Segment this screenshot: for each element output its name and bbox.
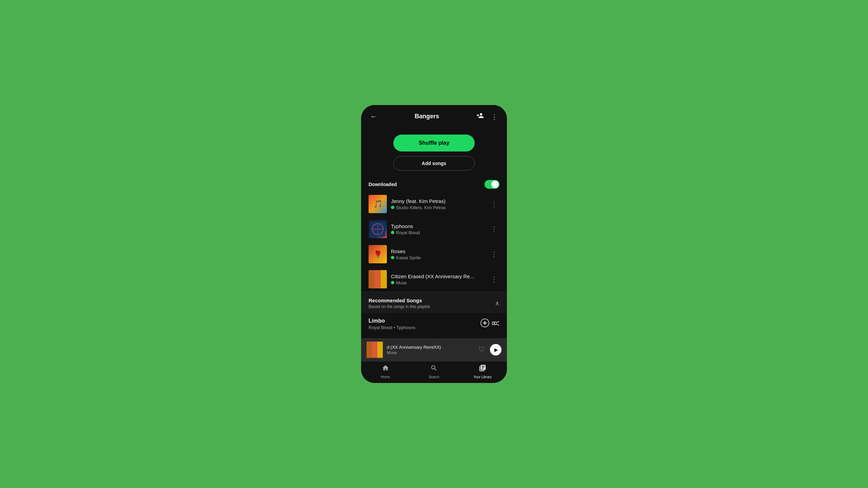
svg-line-13 [497,321,499,322]
song-meta-citizen: Muse [391,280,485,285]
song-meta-typhoons: Royal Blood [391,230,485,235]
limbo-actions [480,319,499,329]
search-icon [430,364,438,374]
phone-container: ← Bangers ⋮ Shuffle play Add songs Downl… [361,105,507,383]
song-title-typhoons: Typhoons [391,223,485,229]
now-playing-title: d (XX Anniversary RemiXX) [387,345,474,350]
nav-label-home: Home [381,375,390,379]
song-art-jenny: 🎵 [369,195,387,213]
radio-icon[interactable] [492,320,499,329]
song-info-typhoons: Typhoons Royal Blood [391,223,485,235]
main-content: Shuffle play Add songs Downloaded 🎵 Jenn… [361,124,507,338]
song-item-typhoons[interactable]: Typhoons Royal Blood ⋮ [361,217,507,242]
song-art-roses: 🌹 [369,245,387,263]
svg-line-14 [497,324,499,325]
more-options-icon[interactable]: ⋮ [489,113,499,121]
now-playing-info: d (XX Anniversary RemiXX) Muse [387,345,474,355]
song-artist-citizen: Muse [396,280,407,285]
song-info-roses: Roses Kawai Sprite [391,248,485,260]
song-info-citizen: Citizen Erased (XX Anniversary Re... Mus… [391,273,485,285]
downloaded-dot-roses [391,256,394,259]
downloaded-section: Downloaded [361,176,507,191]
svg-rect-5 [369,270,375,288]
page-title: Bangers [379,113,475,120]
recommended-songs-section[interactable]: Recommended Songs Based on the songs in … [361,292,507,313]
user-add-icon[interactable] [475,112,485,121]
action-buttons: Shuffle play Add songs [361,124,507,176]
svg-rect-18 [377,342,383,358]
song-list: 🎵 Jenny (feat. Kim Petras) Studio Killer… [361,191,507,292]
song-info-jenny: Jenny (feat. Kim Petras) Studio Killers,… [391,198,485,210]
downloaded-dot-citizen [391,281,394,284]
bottom-navigation: Home Search Your Library [361,361,507,383]
song-artist-jenny: Studio Killers, Kim Petras [396,205,446,210]
svg-rect-6 [375,270,381,288]
add-to-playlist-icon[interactable] [480,319,489,329]
song-item-jenny[interactable]: 🎵 Jenny (feat. Kim Petras) Studio Killer… [361,191,507,217]
add-songs-button[interactable]: Add songs [393,156,475,170]
svg-point-12 [494,323,495,324]
limbo-item[interactable]: Limbo Royal Blood • Typhoons [361,313,507,335]
svg-rect-17 [372,342,377,358]
song-more-typhoons[interactable]: ⋮ [489,224,499,235]
downloaded-toggle[interactable] [485,180,499,189]
home-icon [382,364,389,374]
recommended-text: Recommended Songs Based on the songs in … [369,298,430,309]
now-playing-artist: Muse [387,350,474,355]
song-more-citizen[interactable]: ⋮ [489,274,499,285]
downloaded-dot-typhoons [391,231,394,234]
song-title-roses: Roses [391,248,485,254]
collapse-icon[interactable]: ∧ [495,300,499,307]
song-artist-typhoons: Royal Blood [396,230,420,235]
song-more-roses[interactable]: ⋮ [489,249,499,260]
song-title-citizen: Citizen Erased (XX Anniversary Re... [391,273,485,279]
limbo-info: Limbo Royal Blood • Typhoons [369,318,476,330]
downloaded-dot-jenny [391,206,394,209]
nav-item-search[interactable]: Search [410,364,458,379]
play-icon: ▶ [494,347,498,352]
back-button[interactable]: ← [369,113,379,120]
header: ← Bangers ⋮ [361,105,507,124]
song-item-roses[interactable]: 🌹 Roses Kawai Sprite ⋮ [361,242,507,267]
song-meta-roses: Kawai Sprite [391,255,485,260]
svg-rect-7 [381,270,387,288]
nav-label-library: Your Library [474,375,492,379]
song-item-citizen[interactable]: Citizen Erased (XX Anniversary Re... Mus… [361,267,507,292]
song-art-typhoons [369,220,387,238]
now-playing-controls: ♡ ▶ [478,344,501,355]
svg-rect-16 [367,342,372,358]
nav-item-library[interactable]: Your Library [458,364,507,379]
shuffle-play-button[interactable]: Shuffle play [393,135,475,151]
now-playing-art [367,342,383,358]
nav-label-search: Search [429,375,439,379]
song-meta-jenny: Studio Killers, Kim Petras [391,205,485,210]
song-title-jenny: Jenny (feat. Kim Petras) [391,198,485,204]
recommended-title: Recommended Songs [369,298,430,303]
nav-item-home[interactable]: Home [361,364,410,379]
limbo-title: Limbo [369,318,476,324]
library-icon [479,364,486,374]
song-more-jenny[interactable]: ⋮ [489,199,499,209]
recommended-subtitle: Based on the songs in this playlist [369,304,430,309]
song-art-citizen [369,270,387,288]
play-button[interactable]: ▶ [490,344,501,355]
now-playing-bar[interactable]: d (XX Anniversary RemiXX) Muse ♡ ▶ [361,338,507,361]
downloaded-label: Downloaded [369,182,397,187]
limbo-artist: Royal Blood • Typhoons [369,325,476,330]
song-artist-roses: Kawai Sprite [396,255,421,260]
heart-icon[interactable]: ♡ [478,345,485,354]
